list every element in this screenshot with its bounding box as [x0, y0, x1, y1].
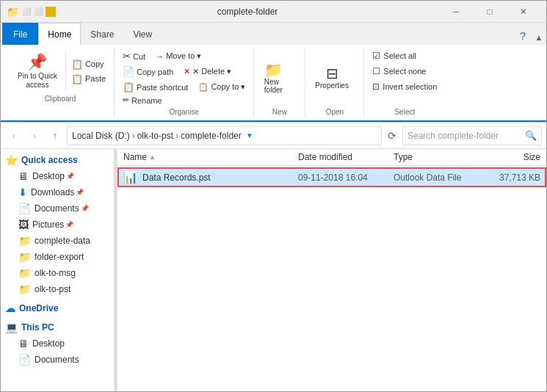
maximize-button[interactable]: □: [473, 1, 507, 23]
delete-label: ✕ Delete ▾: [192, 67, 231, 76]
documents-icon: 📄: [18, 203, 31, 214]
up-button[interactable]: ↑: [46, 127, 64, 145]
copy-path-label: Copy path: [137, 68, 173, 76]
path-dropdown[interactable]: ▾: [247, 131, 252, 140]
paste-shortcut-label: Paste shortcut: [137, 83, 188, 92]
delete-button[interactable]: ✕ ✕ Delete ▾: [180, 65, 235, 78]
sidebar-item-downloads[interactable]: ⬇ Downloads 📌: [1, 184, 114, 200]
olktomsg-label: olk-to-msg: [35, 268, 76, 278]
tab-file[interactable]: File: [2, 23, 38, 45]
documents2-icon: 📄: [18, 354, 31, 366]
select-all-button[interactable]: ☑ Select all: [369, 49, 420, 62]
forward-button[interactable]: ›: [26, 127, 43, 145]
col-name-label: Name: [123, 152, 147, 162]
sidebar-item-quickaccess[interactable]: ⭐ Quick access: [1, 152, 114, 168]
ribbon-tabs: File Home Share View ? ▲: [1, 23, 546, 45]
path-completefolder: complete-folder: [181, 131, 242, 141]
new-folder-label: Newfolder: [264, 78, 283, 94]
select-group: ☑ Select all ☐ Select none ⊡ Invert sele…: [364, 48, 445, 117]
invert-selection-label: Invert selection: [383, 82, 437, 91]
refresh-button[interactable]: ⟳: [385, 128, 399, 143]
properties-icon: ⊟: [326, 66, 338, 81]
address-path[interactable]: Local Disk (D:) › olk-to-pst › complete-…: [67, 126, 382, 145]
copy-path-icon: 📄: [123, 66, 134, 77]
sidebar-item-documents2[interactable]: 📄 Documents: [1, 352, 114, 368]
ribbon-expand-button[interactable]: ▲: [532, 30, 546, 45]
paste-shortcut-button[interactable]: 📋 Paste shortcut: [119, 80, 192, 94]
sidebar-item-olktopst[interactable]: 📁 olk-to-pst: [1, 281, 114, 297]
cut-button[interactable]: ✂ Cut: [119, 49, 149, 63]
sidebar-item-thispc[interactable]: 💻 This PC: [1, 319, 114, 335]
file-name-datarecords: Data Records.pst: [142, 173, 298, 183]
ribbon-content: 📌 Pin to Quickaccess 📋 Copy 📋 Paste Cli: [1, 45, 546, 122]
clipboard-group: 📌 Pin to Quickaccess 📋 Copy 📋 Paste Cli: [7, 48, 115, 117]
desktop-label: Desktop: [32, 171, 65, 181]
sidebar-item-onedrive[interactable]: ☁ OneDrive: [1, 300, 114, 316]
new-folder-button[interactable]: 📁 Newfolder: [258, 59, 288, 97]
sidebar-item-completedata[interactable]: 📁 complete-data: [1, 233, 114, 249]
copy-button[interactable]: 📋 Copy: [68, 57, 109, 71]
file-type-datarecords: Outlook Data File: [394, 173, 482, 183]
desktop-icon: 🖥: [18, 170, 29, 182]
col-date-header[interactable]: Date modified: [298, 152, 394, 162]
move-to-icon: →: [156, 52, 164, 61]
sidebar-item-desktop[interactable]: 🖥 Desktop 📌: [1, 168, 114, 184]
paste-button[interactable]: 📋 Paste: [68, 72, 109, 86]
invert-selection-button[interactable]: ⊡ Invert selection: [369, 80, 441, 93]
select-none-icon: ☐: [372, 66, 380, 76]
ribbon: File Home Share View ? ▲ 📌 Pin to Quicka…: [1, 23, 546, 123]
help-button[interactable]: ?: [514, 27, 532, 45]
thispc-label: This PC: [21, 322, 54, 333]
path-localDisk: Local Disk (D:): [72, 131, 130, 141]
pin-to-quick-access-button[interactable]: 📌 Pin to Quickaccess: [11, 49, 64, 93]
path-sep-1: ›: [132, 131, 135, 141]
new-group-label: New: [258, 108, 300, 116]
rename-button[interactable]: ✏ Rename: [119, 94, 166, 106]
select-all-label: Select all: [383, 51, 416, 60]
select-none-button[interactable]: ☐ Select none: [369, 65, 430, 78]
col-size-header[interactable]: Size: [482, 152, 540, 162]
tab-view[interactable]: View: [123, 23, 162, 45]
organise-row4: ✏ Rename: [119, 94, 166, 106]
properties-button[interactable]: ⊟ Properties: [310, 63, 354, 92]
properties-label: Properties: [315, 81, 349, 90]
file-list: 📊 Data Records.pst 09-11-2018 16:04 Outl…: [117, 166, 546, 392]
olktopst-icon: 📁: [18, 283, 31, 295]
move-to-button[interactable]: → Move to ▾: [152, 50, 205, 62]
search-icon: 🔍: [525, 130, 537, 141]
close-button[interactable]: ✕: [507, 1, 540, 23]
col-type-header[interactable]: Type: [394, 152, 482, 162]
minimize-button[interactable]: ─: [439, 1, 473, 23]
tab-home[interactable]: Home: [38, 23, 81, 45]
rename-label: Rename: [131, 96, 162, 105]
tab-share[interactable]: Share: [81, 23, 123, 45]
quick-icon-1: ⬜: [22, 7, 31, 15]
search-box[interactable]: Search complete-folder 🔍: [402, 126, 542, 145]
paste-shortcut-icon: 📋: [123, 81, 134, 92]
sidebar-item-documents[interactable]: 📄 Documents 📌: [1, 200, 114, 217]
select-group-label: Select: [369, 108, 441, 116]
sidebar-item-folderexport[interactable]: 📁 folder-export: [1, 249, 114, 265]
sidebar-item-desktop2[interactable]: 🖥 Desktop: [1, 335, 114, 352]
file-row-datarecords[interactable]: 📊 Data Records.pst 09-11-2018 16:04 Outl…: [117, 167, 546, 187]
copy-label: Copy: [85, 59, 104, 68]
open-group-label: Open: [310, 108, 359, 116]
delete-icon: ✕: [184, 67, 190, 76]
organise-row3: 📋 Paste shortcut 📋 Copy to ▾: [119, 80, 249, 94]
copy-to-button[interactable]: 📋 Copy to ▾: [195, 81, 249, 93]
new-folder-icon: 📁: [264, 62, 283, 77]
copy-icon: 📋: [71, 59, 83, 70]
sort-icon: ▲: [149, 153, 156, 161]
copy-path-button[interactable]: 📄 Copy path: [119, 65, 177, 79]
sidebar-item-pictures[interactable]: 🖼 Pictures 📌: [1, 217, 114, 233]
title-bar-icons: 📁 ⬜ ⬜: [7, 6, 56, 18]
clipboard-group-label: Clipboard: [11, 95, 109, 103]
file-date-datarecords: 09-11-2018 16:04: [298, 173, 394, 183]
thispc-icon: 💻: [5, 322, 18, 333]
pst-file-icon: 📊: [123, 170, 138, 184]
sidebar-item-olktomsg[interactable]: 📁 olk-to-msg: [1, 265, 114, 281]
col-name-header[interactable]: Name ▲: [123, 152, 298, 162]
organise-group-label: Organise: [119, 108, 249, 116]
back-button[interactable]: ‹: [5, 127, 23, 145]
col-date-label: Date modified: [298, 152, 352, 162]
